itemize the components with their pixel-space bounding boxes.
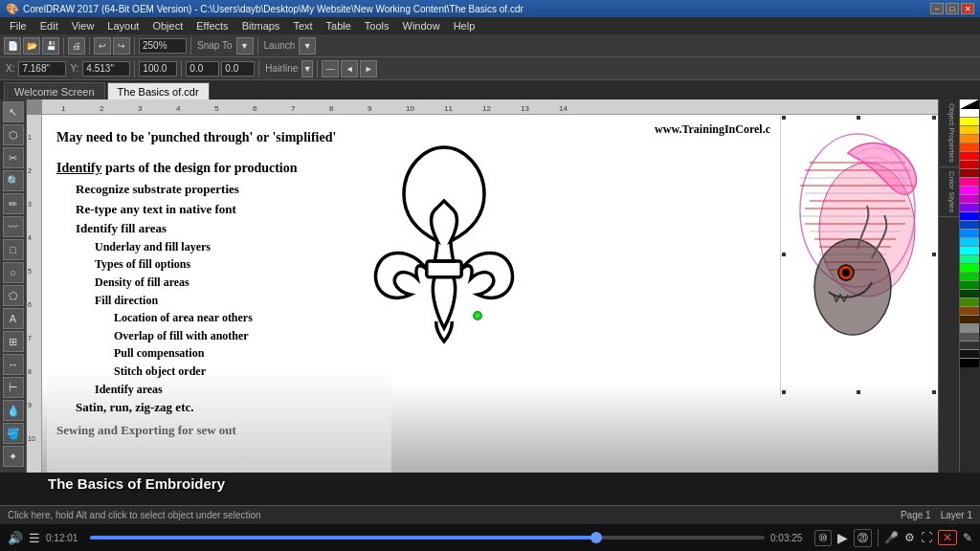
zoom-input[interactable]: [139, 38, 187, 54]
table-tool[interactable]: ⊞: [3, 331, 24, 352]
open-button[interactable]: 📂: [23, 37, 40, 55]
menu-view[interactable]: View: [66, 18, 100, 33]
cyan-light-swatch[interactable]: [960, 238, 979, 247]
violet-swatch[interactable]: [960, 204, 979, 212]
toolbar-2: X: Y: Hairline ▼ — ◄ ►: [0, 57, 980, 80]
save-button[interactable]: 💾: [42, 37, 59, 55]
launch-dropdown[interactable]: ▼: [299, 37, 316, 55]
smart-draw-tool[interactable]: 〰: [3, 216, 24, 237]
dark-blue-swatch[interactable]: [960, 221, 979, 230]
gold-swatch[interactable]: [960, 126, 979, 135]
undo-button[interactable]: ↩: [94, 37, 111, 55]
zoom-tool[interactable]: 🔍: [3, 170, 24, 191]
orange-swatch[interactable]: [960, 135, 979, 143]
print-button[interactable]: 🖨: [68, 37, 85, 55]
hairline-label: Hairline: [263, 63, 300, 74]
x-input[interactable]: [18, 61, 66, 77]
menu-edit[interactable]: Edit: [34, 18, 64, 33]
crop-tool[interactable]: ✂: [3, 147, 24, 168]
shape-tool[interactable]: ⬡: [3, 124, 24, 145]
pink-swatch[interactable]: [960, 178, 979, 187]
yellow-swatch[interactable]: [960, 118, 979, 126]
tab-welcome-screen[interactable]: Welcome Screen: [4, 82, 105, 99]
menu-object[interactable]: Object: [146, 18, 189, 33]
brown-swatch[interactable]: [960, 307, 979, 316]
gray-swatch[interactable]: [960, 324, 979, 333]
arrow-start-btn[interactable]: ◄: [341, 60, 358, 77]
no-color-swatch[interactable]: [960, 99, 979, 109]
dropper-tool[interactable]: 💧: [3, 400, 24, 421]
dark-red-swatch[interactable]: [960, 161, 979, 169]
red-swatch[interactable]: [960, 152, 979, 161]
near-black-swatch[interactable]: [960, 350, 979, 359]
snap-toggle[interactable]: ▼: [236, 37, 254, 55]
purple-swatch[interactable]: [960, 195, 979, 204]
video-progress-knob[interactable]: [590, 532, 602, 543]
fullscreen-button[interactable]: ⛶: [921, 531, 932, 544]
ellipse-tool[interactable]: ○: [3, 262, 24, 283]
arrow-end-btn[interactable]: ►: [360, 60, 377, 77]
menu-text[interactable]: Text: [287, 18, 318, 33]
toolbar2-sep-2: [181, 60, 182, 77]
playlist-button[interactable]: ☰: [29, 531, 40, 545]
red-orange-swatch[interactable]: [960, 143, 979, 152]
darker-gray-swatch[interactable]: [960, 342, 979, 350]
text-tool[interactable]: A: [3, 308, 24, 329]
close-video-button[interactable]: ✕: [938, 530, 957, 545]
olive-swatch[interactable]: [960, 298, 979, 307]
parallel-dim-tool[interactable]: ↔: [3, 354, 24, 375]
settings-button[interactable]: ⚙: [904, 531, 915, 544]
darker-green-swatch[interactable]: [960, 281, 979, 290]
tab-basics-cdr[interactable]: The Basics of.cdr: [107, 82, 210, 99]
rectangle-tool[interactable]: □: [3, 239, 24, 260]
volume-button[interactable]: 🔊: [8, 531, 23, 545]
rewind-10-button[interactable]: ⑩: [814, 530, 832, 546]
minimize-button[interactable]: −: [930, 3, 944, 14]
cyan-swatch[interactable]: [960, 247, 979, 255]
new-button[interactable]: 📄: [4, 37, 21, 55]
menu-effects[interactable]: Effects: [190, 18, 234, 33]
maximize-button[interactable]: □: [946, 3, 959, 14]
darkest-green-swatch[interactable]: [960, 290, 979, 298]
y-input[interactable]: [82, 61, 130, 77]
svg-rect-25: [857, 116, 860, 120]
connector-tool[interactable]: ⊢: [3, 377, 24, 398]
y-offset-input[interactable]: [221, 61, 255, 77]
menu-bitmaps[interactable]: Bitmaps: [236, 18, 286, 33]
forward-50-button[interactable]: ⑳: [854, 529, 872, 547]
redo-button[interactable]: ↪: [113, 37, 130, 55]
play-button[interactable]: ▶: [837, 530, 848, 545]
freehand-tool[interactable]: ✏: [3, 193, 24, 214]
fill-tool[interactable]: 🪣: [3, 423, 24, 444]
mic-button[interactable]: 🎤: [884, 531, 899, 544]
menu-layout[interactable]: Layout: [101, 18, 145, 33]
black-swatch[interactable]: [960, 359, 979, 367]
blue-swatch[interactable]: [960, 212, 979, 221]
darker-red-swatch[interactable]: [960, 169, 979, 178]
object-properties-label[interactable]: Object Properties: [939, 99, 959, 167]
white-swatch[interactable]: [960, 109, 979, 118]
menu-help[interactable]: Help: [448, 18, 481, 33]
dark-gray-swatch[interactable]: [960, 333, 979, 342]
magenta-swatch[interactable]: [960, 187, 979, 195]
menu-file[interactable]: File: [4, 18, 33, 33]
close-button[interactable]: ✕: [961, 3, 974, 14]
green-swatch[interactable]: [960, 264, 979, 273]
hairline-dropdown[interactable]: ▼: [301, 60, 313, 77]
menu-window[interactable]: Window: [397, 18, 446, 33]
more-button[interactable]: ✎: [963, 531, 972, 544]
polygon-tool[interactable]: ⬠: [3, 285, 24, 306]
video-progress-track[interactable]: [90, 536, 765, 540]
mint-swatch[interactable]: [960, 255, 979, 264]
select-tool[interactable]: ↖: [3, 101, 24, 122]
light-blue-swatch[interactable]: [960, 230, 979, 238]
menu-table[interactable]: Table: [321, 18, 357, 33]
menu-tools[interactable]: Tools: [359, 18, 395, 33]
line-style-btn[interactable]: —: [322, 60, 339, 77]
x-offset-input[interactable]: [186, 61, 219, 77]
color-styles-label[interactable]: Color Styles: [939, 167, 959, 217]
dark-green-swatch[interactable]: [960, 273, 979, 281]
width-input[interactable]: [139, 61, 177, 77]
interactive-tool[interactable]: ✦: [3, 446, 24, 467]
dark-brown-swatch[interactable]: [960, 316, 979, 324]
